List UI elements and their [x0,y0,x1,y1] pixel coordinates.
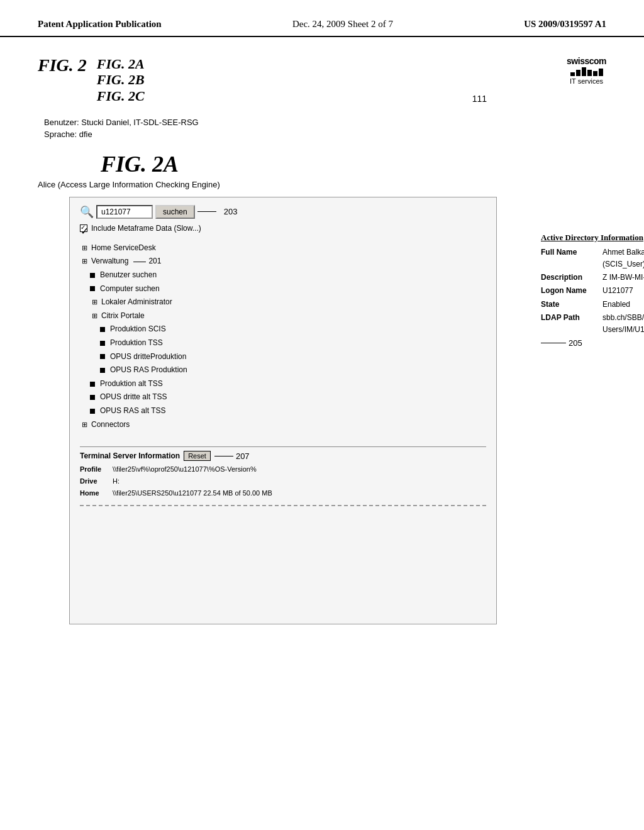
tree-item-opus-ras-produktion[interactable]: OPUS RAS Produktion [100,363,486,377]
dir-ldappath-label: LDAP Path [541,312,597,336]
tree-item-citrix-portale[interactable]: ⊞ Citrix Portale [90,309,486,323]
connector-line-203 [197,211,216,212]
terminal-profile-label: Profile [80,463,108,475]
terminal-drive-row: Drive H: [80,475,486,487]
tree-bullet-icon [90,395,95,400]
tree-expand-icon: ⊞ [90,296,99,309]
tree-expand-icon: ⊞ [80,255,89,268]
dir-logonname-value: U121077 [602,285,633,297]
terminal-profile-row: Profile \\filer25\vf%\oprof250\u121077\%… [80,463,486,475]
dir-state-row: State Enabled [541,299,644,311]
terminal-home-row: Home \\filer25\USERS250\u121077 22.54 MB… [80,487,486,499]
dir-fullname-row: Full Name Ahmet Balkac (SCIS_User) [541,246,644,270]
terminal-drive-label: Drive [80,475,108,487]
fig2c-label: FIG. 2C [97,88,145,104]
page-body: swisscom IT services 111 FIG. 2 FIG. 2A … [0,37,644,643]
header-right: US 2009/0319597 A1 [524,19,606,30]
tree-expand-icon: ⊞ [90,310,99,323]
tree-item-opus-dritte-alt-tss[interactable]: OPUS dritte alt TSS [90,390,486,404]
tree-bullet-icon [100,327,105,332]
terminal-title: Terminal Server Information [80,451,180,460]
connector-201 [133,262,146,262]
tree-item-label: Produktion alt TSS [100,377,163,391]
tree-item-label: Citrix Portale [101,309,145,323]
tree-item-label: Verwaltung [91,255,128,268]
user-info-section: Benutzer: Stucki Daniel, IT-SDL-SEE-RSG … [44,116,606,141]
tree-item-home-servicedesk[interactable]: ⊞ Home ServiceDesk [80,241,486,255]
benutzer-value: Stucki Daniel, IT-SDL-SEE-RSG [81,118,198,127]
tree-item-label: Produktion SCIS [110,323,166,336]
terminal-home-value: \\filer25\USERS250\u121077 22.54 MB of 5… [113,487,272,499]
ref-207: 207 [236,451,250,461]
tree-item-benutzer-suchen[interactable]: Benutzer suchen [90,268,486,282]
bar5 [593,71,597,76]
connector-205 [541,343,566,343]
dir-fullname-label: Full Name [541,246,597,270]
tree-item-produktion-tss[interactable]: Produktion TSS [100,336,486,350]
header-center: Dec. 24, 2009 Sheet 2 of 7 [292,19,393,30]
dir-ldappath-value: sbb.ch/SBB/L/Division-Users/IM/U121077 [602,312,644,336]
tree-item-label: OPUS dritteProduktion [110,350,186,364]
tree-bullet-icon [90,382,95,387]
reset-button[interactable]: Reset [184,451,211,461]
ref-111: 111 [472,94,487,104]
bar3 [582,67,586,76]
tree-bullet-icon [100,354,105,359]
tree-item-verwaltung[interactable]: ⊞ Verwaltung 201 [80,255,486,268]
sprache-row: Sprache: dfie [44,128,606,141]
tree-view: ⊞ Home ServiceDesk ⊞ Verwaltung 201 Be [80,241,486,431]
tree-item-label: Produktion TSS [110,336,163,350]
sprache-value: dfie [79,130,92,139]
tree-bullet-icon [100,341,105,346]
dir-description-row: Description Z IM-BW-MI-B4 [541,272,644,284]
bar1 [570,72,575,76]
dir-logonname-row: Logon Name U121077 [541,285,644,297]
dir-description-value: Z IM-BW-MI-B4 [602,272,644,284]
tree-item-produktion-alt-tss[interactable]: Produktion alt TSS [90,377,486,391]
tree-item-lokaler-administrator[interactable]: ⊞ Lokaler Administrator [90,296,486,309]
dir-state-value: Enabled [602,299,630,311]
ref-201: 201 [148,255,161,268]
fig2a-title: FIG. 2A [101,151,497,177]
search-button[interactable]: suchen [155,205,195,219]
checkbox-row: ✓ Include Metaframe Data (Slow...) [80,224,486,233]
tree-bullet-icon [90,273,95,278]
figure-labels-top: FIG. 2 FIG. 2A FIG. 2B FIG. 2C [38,56,606,104]
tree-item-produktion-scis[interactable]: Produktion SCIS [100,323,486,336]
fig2b-label: FIG. 2B [97,72,145,87]
search-input[interactable] [96,205,153,219]
tree-item-opus-ras-alt-tss[interactable]: OPUS RAS alt TSS [90,404,486,418]
panel-bottom-dashed [80,505,486,506]
page-header: Patent Application Publication Dec. 24, … [0,0,644,37]
fig-sub-labels: FIG. 2A FIG. 2B FIG. 2C [97,56,145,104]
search-area: 🔍 suchen 203 [80,205,486,219]
benutzer-row: Benutzer: Stucki Daniel, IT-SDL-SEE-RSG [44,116,606,129]
tree-item-label: Home ServiceDesk [91,241,156,255]
header-left: Patent Application Publication [38,19,162,30]
ref-203-group: 203 [197,207,238,216]
benutzer-label: Benutzer: [44,118,79,127]
tree-item-opus-dritte-produktion[interactable]: OPUS dritteProduktion [100,350,486,364]
bar4 [587,70,592,76]
tree-item-label: Computer suchen [100,282,160,296]
metaframe-checkbox[interactable]: ✓ [80,224,87,232]
terminal-home-label: Home [80,487,108,499]
tree-item-label: OPUS dritte alt TSS [100,390,167,404]
tree-expand-icon: ⊞ [80,242,89,255]
tree-item-connectors[interactable]: ⊞ Connectors [80,418,486,432]
tree-item-label: Benutzer suchen [100,268,157,282]
tree-bullet-icon [90,409,95,414]
tree-item-computer-suchen[interactable]: Computer suchen [90,282,486,296]
bar6 [599,69,603,76]
alice-application-panel: 🔍 suchen 203 ✓ Include Metaframe Data (S… [69,197,497,624]
ref-205-group: 205 [541,338,644,348]
terminal-fields: Profile \\filer25\vf%\oprof250\u121077\%… [80,463,486,499]
right-section: Active Directory Information Full Name A… [497,151,644,624]
dir-logonname-label: Logon Name [541,285,597,297]
dir-description-label: Description [541,272,597,284]
terminal-server-section: Terminal Server Information Reset 207 Pr… [80,446,486,499]
dir-ldappath-row: LDAP Path sbb.ch/SBB/L/Division-Users/IM… [541,312,644,336]
left-section: FIG. 2A Alice (Access Large Information … [38,151,497,624]
terminal-profile-value: \\filer25\vf%\oprof250\u121077\%OS-Versi… [113,463,257,475]
ref-201-group: 201 [133,255,161,268]
